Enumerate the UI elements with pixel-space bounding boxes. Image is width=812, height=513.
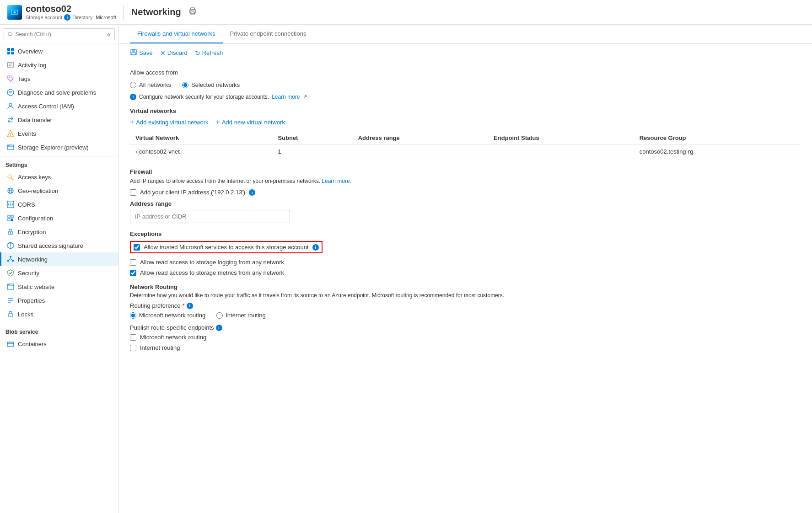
tab-firewalls[interactable]: Firewalls and virtual networks [130, 25, 223, 43]
sidebar-item-containers[interactable]: Containers [0, 337, 118, 351]
pub-ms-checkbox[interactable] [130, 334, 136, 341]
svg-rect-23 [7, 145, 14, 150]
sidebar-item-properties[interactable]: Properties [0, 294, 118, 307]
client-ip-checkbox[interactable] [130, 189, 136, 196]
sidebar-item-configuration[interactable]: Configuration [0, 211, 118, 225]
internet-routing-radio[interactable]: Internet routing [216, 312, 265, 319]
routing-header: Network Routing [130, 283, 801, 290]
trusted-ms-checkbox[interactable] [134, 244, 140, 251]
svg-point-37 [10, 232, 11, 233]
sidebar-item-networking-label: Networking [18, 256, 48, 263]
add-buttons-group: + Add existing virtual network + Add new… [130, 118, 801, 126]
routing-pref-info-icon[interactable]: i [187, 303, 193, 309]
account-title-group: contoso02 Storage account i Directory: M… [26, 4, 116, 21]
sidebar-item-geo-replication[interactable]: Geo-replication [0, 184, 118, 198]
sidebar-item-diagnose[interactable]: Diagnose and solve problems [0, 86, 118, 99]
sidebar-item-cors-label: CORS [18, 201, 35, 208]
read-logging-checkbox[interactable] [130, 259, 136, 266]
access-keys-icon [7, 173, 14, 181]
events-icon [7, 130, 14, 137]
exception-read-logging-row: Allow read access to storage logging fro… [130, 259, 801, 266]
radio-selected-networks[interactable]: Selected networks [182, 81, 240, 88]
learn-more-link-1[interactable]: Learn more [272, 94, 300, 100]
vnet-name-cell: › contoso02-vnet [130, 144, 272, 159]
pub-internet-checkbox[interactable] [130, 345, 136, 351]
refresh-label: Refresh [202, 49, 223, 56]
collapse-btn[interactable]: « [107, 31, 111, 38]
svg-point-46 [8, 284, 9, 285]
save-button[interactable]: Save [130, 48, 153, 57]
sidebar-item-static-label: Static website [18, 283, 54, 290]
publish-text: Publish route-specific endpoints [130, 324, 214, 331]
sidebar-item-access-keys[interactable]: Access keys [0, 170, 118, 184]
svg-point-7 [190, 11, 191, 11]
containers-icon [7, 340, 14, 347]
tab-private-endpoints[interactable]: Private endpoint connections [223, 25, 314, 43]
ms-routing-input[interactable] [130, 312, 136, 319]
sidebar-item-cors[interactable]: CORS [0, 198, 118, 211]
sidebar-item-activity-log[interactable]: Activity log [0, 58, 118, 72]
pub-ms-routing-row: Microsoft network routing [130, 334, 801, 341]
trusted-ms-info-icon[interactable]: i [312, 244, 319, 251]
sidebar-item-encryption[interactable]: Encryption [0, 225, 118, 239]
vnet-address-cell [353, 144, 488, 159]
client-ip-info-icon[interactable]: i [249, 189, 255, 196]
security-icon [7, 269, 14, 277]
sidebar-item-locks[interactable]: Locks [0, 307, 118, 321]
sidebar-item-iam[interactable]: Access Control (IAM) [0, 99, 118, 113]
exceptions-header: Exceptions [130, 230, 801, 237]
sidebar-item-sas-label: Shared access signature [18, 242, 83, 249]
firewall-learn-more-link[interactable]: Learn more. [322, 178, 351, 184]
internet-routing-input[interactable] [216, 312, 223, 319]
radio-all-networks[interactable]: All networks [130, 81, 171, 88]
svg-point-8 [8, 32, 11, 36]
address-range-input[interactable] [130, 210, 290, 223]
col-virtual-network: Virtual Network [130, 132, 272, 144]
refresh-button[interactable]: ↻ Refresh [195, 49, 223, 57]
sidebar-item-events[interactable]: Events [0, 127, 118, 140]
pub-internet-routing-row: Internet routing [130, 344, 801, 351]
svg-rect-38 [10, 256, 11, 257]
diagnose-icon [7, 89, 14, 96]
add-existing-vnet-btn[interactable]: + Add existing virtual network [130, 118, 209, 126]
save-icon [130, 48, 137, 57]
add-new-vnet-btn[interactable]: + Add new virtual network [216, 118, 285, 126]
radio-selected-input[interactable] [182, 82, 188, 88]
sidebar-item-security[interactable]: Security [0, 266, 118, 280]
search-input[interactable] [15, 31, 104, 37]
ms-routing-radio[interactable]: Microsoft network routing [130, 312, 205, 319]
firewall-header: Firewall [130, 168, 801, 175]
svg-point-24 [8, 145, 9, 146]
radio-all-input[interactable] [130, 82, 136, 88]
vnet-expand-icon[interactable]: › [135, 148, 137, 155]
sidebar-item-encryption-label: Encryption [18, 229, 46, 235]
sidebar-item-properties-label: Properties [18, 297, 45, 304]
read-metrics-label: Allow read access to storage metrics fro… [140, 269, 284, 276]
discard-button[interactable]: ✕ Discard [160, 49, 188, 57]
read-metrics-checkbox[interactable] [130, 270, 136, 276]
sidebar-item-static-website[interactable]: Static website [0, 280, 118, 294]
sidebar-item-overview[interactable]: Overview [0, 44, 118, 58]
radio-selected-label: Selected networks [191, 81, 240, 88]
search-box[interactable]: « [4, 28, 115, 40]
sidebar-item-networking[interactable]: Networking [0, 252, 118, 266]
highlight-box: Allow trusted Microsoft services to acce… [130, 241, 323, 253]
svg-point-26 [8, 175, 11, 178]
svg-point-22 [10, 135, 11, 136]
sidebar-item-tags[interactable]: Tags [0, 72, 118, 86]
svg-point-3 [14, 12, 15, 13]
print-icon[interactable] [188, 7, 197, 17]
networking-icon [7, 256, 14, 263]
client-ip-checkbox-item: Add your client IP address ('192.0.2.13'… [130, 189, 801, 196]
directory-info-icon[interactable]: i [64, 14, 70, 21]
required-star: * [183, 302, 185, 309]
svg-point-47 [9, 284, 10, 285]
sidebar-item-transfer[interactable]: Data transfer [0, 113, 118, 127]
col-address-range: Address range [353, 132, 488, 144]
search-icon [8, 32, 12, 37]
refresh-icon: ↻ [195, 49, 200, 57]
account-type: Storage account [26, 15, 62, 20]
publish-info-icon[interactable]: i [216, 325, 222, 331]
sidebar-item-sas[interactable]: Shared access signature [0, 239, 118, 252]
sidebar-item-explorer[interactable]: Storage Explorer (preview) [0, 140, 118, 154]
